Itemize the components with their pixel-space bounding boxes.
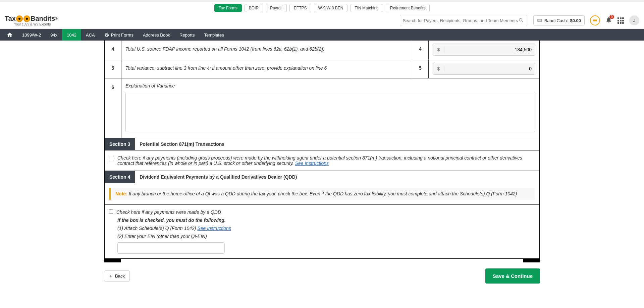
section3-checkbox[interactable] <box>109 156 114 161</box>
logo-suffix: Bandits <box>31 15 55 22</box>
back-button-label: Back <box>115 273 125 279</box>
nav-reports[interactable]: Reports <box>175 29 200 41</box>
bandit-cash-pill[interactable]: BanditCash: $0.00 <box>533 15 585 25</box>
notifications-button[interactable]: 0 <box>605 16 612 25</box>
nav-print-forms[interactable]: Print Forms <box>100 29 138 41</box>
notification-badge: 0 <box>609 15 614 19</box>
ein-line-text: (2) Enter your EIN (other than your QI-E… <box>117 234 535 239</box>
line5-amount-input[interactable] <box>444 66 535 71</box>
tab-payroll[interactable]: Payroll <box>266 4 287 12</box>
row-description: Explanation of Variance <box>125 83 535 88</box>
row-number: 4 <box>105 40 121 59</box>
logo-reg: ® <box>55 17 57 20</box>
arrow-left-icon <box>109 274 113 278</box>
nav-aca[interactable]: ACA <box>81 29 100 41</box>
section4-body: Check here if any payments were made by … <box>105 204 539 258</box>
logo-eye-icon <box>23 15 30 22</box>
ein-input[interactable] <box>117 242 225 254</box>
form-row-4: 4 Total U.S. source FDAP income reported… <box>105 40 539 59</box>
see-instructions-link[interactable]: See Instructions <box>295 161 329 166</box>
row-number: 6 <box>105 78 121 138</box>
product-tabs: Tax Forms BOIR Payroll EFTPS W-9/W-8 BEN… <box>0 0 644 12</box>
row-description: Total variance, subtract line 3 from lin… <box>121 59 412 78</box>
cash-icon <box>537 18 542 23</box>
amount-input-wrap: $ <box>433 63 535 75</box>
header: Tax Bandits ® Your 1099 & W2 Experts Ban… <box>0 12 644 29</box>
row-description: Total U.S. source FDAP income reported o… <box>121 40 412 59</box>
mascot-icon[interactable] <box>590 15 600 25</box>
home-icon <box>7 32 13 38</box>
bell-icon <box>605 18 612 24</box>
form-row-5: 5 Total variance, subtract line 3 from l… <box>105 59 539 78</box>
nav-address-book[interactable]: Address Book <box>138 29 175 41</box>
user-avatar[interactable]: J <box>629 15 639 25</box>
if-checked-label: If the box is checked, you must do the f… <box>117 218 535 223</box>
amount-input-wrap: $ <box>433 44 535 56</box>
nav-1042[interactable]: 1042 <box>62 29 81 41</box>
search-input[interactable] <box>403 18 518 23</box>
section3-checkbox-row: Check here if any payments (including gr… <box>105 150 539 171</box>
nav-home[interactable] <box>2 29 17 41</box>
search-icon[interactable] <box>518 17 524 23</box>
nav-templates[interactable]: Templates <box>199 29 228 41</box>
nav-print-forms-label: Print Forms <box>111 33 133 38</box>
section-tag: Section 4 <box>105 171 135 183</box>
tab-tin-matching[interactable]: TIN Matching <box>350 4 383 12</box>
section-title: Dividend Equivalent Payments by a Qualif… <box>135 171 302 183</box>
logo-eye-icon <box>16 15 23 22</box>
svg-point-1 <box>593 19 595 21</box>
line4-amount-input[interactable] <box>444 47 535 52</box>
section-4-header: Section 4 Dividend Equivalent Payments b… <box>105 171 539 183</box>
section-tag: Section 3 <box>105 138 135 150</box>
bandit-cash-amount: $0.00 <box>570 18 581 23</box>
section-title: Potential Section 871(m) Transactions <box>135 138 229 150</box>
save-continue-button[interactable]: Save & Continue <box>485 268 540 284</box>
tab-boir[interactable]: BOIR <box>245 4 263 12</box>
dollar-icon: $ <box>433 66 444 71</box>
tab-eftps[interactable]: EFTPS <box>289 4 311 12</box>
search-box[interactable] <box>400 15 527 26</box>
variance-explanation-textarea[interactable] <box>125 92 535 132</box>
see-instructions-link[interactable]: See Instructions <box>197 226 231 231</box>
logo-tagline: Your 1099 & W2 Experts <box>14 22 58 26</box>
logo-prefix: Tax <box>5 15 16 22</box>
row-number: 5 <box>105 59 121 78</box>
tab-w9-w8ben[interactable]: W-9/W-8 BEN <box>314 4 348 12</box>
row-number-right: 5 <box>412 59 429 78</box>
note-text: If any branch or the home office of a QI… <box>129 191 517 196</box>
apps-grid-icon[interactable] <box>618 17 624 24</box>
logo[interactable]: Tax Bandits ® Your 1099 & W2 Experts <box>5 15 58 26</box>
note-label: Note: <box>115 191 127 196</box>
sub-nav: 1099/W-2 94x 1042 ACA Print Forms Addres… <box>0 29 644 41</box>
nav-94x[interactable]: 94x <box>46 29 62 41</box>
tab-tax-forms[interactable]: Tax Forms <box>214 4 242 12</box>
footer-actions: Back Save & Continue <box>104 262 540 294</box>
attach-line-text: (1) Attach Schedule(s) Q (Form 1042) <box>117 226 196 231</box>
row-number-right: 4 <box>412 40 429 59</box>
bandit-cash-label: BanditCash: <box>544 18 568 23</box>
nav-1099-w2[interactable]: 1099/W-2 <box>17 29 46 41</box>
form-row-6: 6 Explanation of Variance <box>105 78 539 138</box>
printer-icon <box>104 33 109 37</box>
form-sheet: 4 Total U.S. source FDAP income reported… <box>104 40 540 259</box>
svg-point-2 <box>595 19 597 21</box>
dollar-icon: $ <box>433 47 444 52</box>
section4-checkbox-label: Check here if any payments were made by … <box>116 209 221 215</box>
section4-qdd-checkbox[interactable] <box>109 209 113 214</box>
back-button[interactable]: Back <box>104 270 130 282</box>
section-3-header: Section 3 Potential Section 871(m) Trans… <box>105 138 539 150</box>
tab-retirement[interactable]: Retirement Benefits <box>386 4 430 12</box>
section4-note: Note: If any branch or the home office o… <box>109 188 535 200</box>
